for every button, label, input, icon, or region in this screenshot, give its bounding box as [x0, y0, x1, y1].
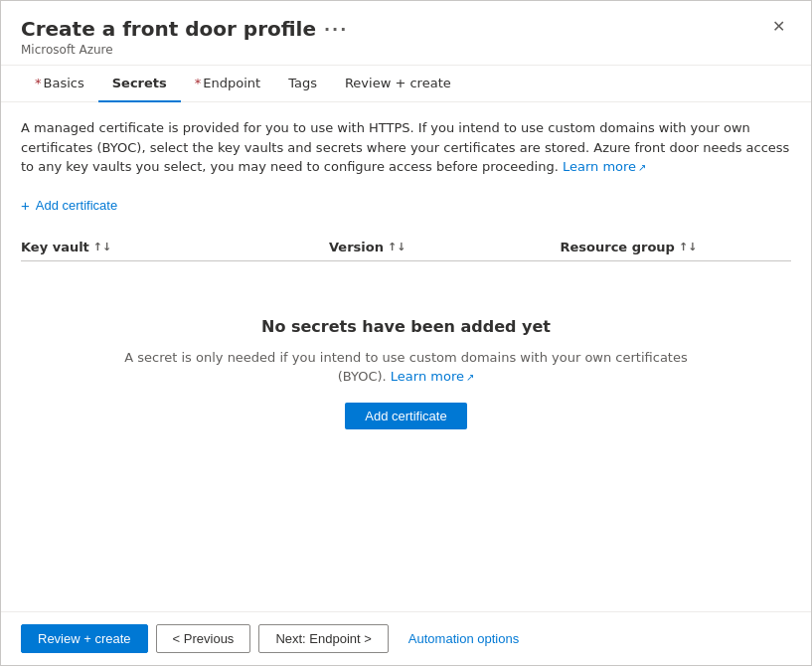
empty-state-title: No secrets have been added yet — [261, 317, 551, 336]
tab-secrets[interactable]: Secrets — [98, 66, 181, 102]
column-key-vault-sort-icon: ↑↓ — [93, 241, 111, 253]
external-link-icon: ↗ — [638, 162, 646, 173]
tab-basics-required: * — [35, 76, 42, 90]
column-version-sort-icon: ↑↓ — [388, 241, 406, 253]
empty-state-learn-more-link[interactable]: Learn more↗ — [391, 369, 475, 384]
dialog-footer: Review + create < Previous Next: Endpoin… — [1, 611, 811, 665]
empty-state-description: A secret is only needed if you intend to… — [118, 348, 695, 387]
empty-state-learn-more-label: Learn more — [391, 369, 464, 384]
tab-endpoint-label: Endpoint — [203, 76, 260, 90]
add-certificate-top-button[interactable]: + Add certificate — [21, 193, 117, 218]
tab-bar: *Basics Secrets *Endpoint Tags Review + … — [1, 66, 811, 102]
previous-button[interactable]: < Previous — [156, 624, 251, 653]
info-description: A managed certificate is provided for yo… — [21, 118, 791, 177]
tab-basics-label: Basics — [44, 76, 84, 90]
tab-endpoint-required: * — [195, 76, 202, 90]
review-create-button[interactable]: Review + create — [21, 624, 148, 653]
column-key-vault-label: Key vault — [21, 240, 89, 254]
add-certificate-primary-button[interactable]: Add certificate — [345, 403, 466, 429]
add-certificate-top-label: Add certificate — [36, 198, 117, 213]
title-text: Create a front door profile — [21, 17, 316, 41]
tab-secrets-label: Secrets — [112, 76, 167, 90]
main-content: A managed certificate is provided for yo… — [1, 102, 811, 611]
info-learn-more-label: Learn more — [563, 159, 636, 174]
tab-tags[interactable]: Tags — [274, 66, 331, 102]
column-key-vault[interactable]: Key vault ↑↓ — [21, 240, 329, 254]
plus-icon: + — [21, 197, 30, 214]
create-front-door-dialog: Create a front door profile ··· Microsof… — [0, 0, 812, 666]
column-version-label: Version — [329, 240, 384, 254]
column-resource-group-label: Resource group — [561, 240, 675, 254]
tab-endpoint[interactable]: *Endpoint — [181, 66, 274, 102]
empty-state-external-link-icon: ↗ — [466, 372, 474, 383]
column-resource-group[interactable]: Resource group ↑↓ — [561, 240, 792, 254]
dialog-header: Create a front door profile ··· Microsof… — [1, 1, 811, 66]
column-version[interactable]: Version ↑↓ — [329, 240, 561, 254]
info-learn-more-link[interactable]: Learn more↗ — [563, 159, 647, 174]
tab-review-create-label: Review + create — [345, 76, 451, 90]
tab-basics[interactable]: *Basics — [21, 66, 98, 102]
dialog-title: Create a front door profile ··· — [21, 17, 348, 41]
more-options-icon[interactable]: ··· — [324, 20, 348, 39]
automation-options-button[interactable]: Automation options — [405, 625, 523, 652]
table-header: Key vault ↑↓ Version ↑↓ Resource group ↑… — [21, 234, 791, 261]
empty-state: No secrets have been added yet A secret … — [21, 277, 791, 469]
tab-review-create[interactable]: Review + create — [331, 66, 465, 102]
tab-tags-label: Tags — [288, 76, 317, 90]
dialog-title-area: Create a front door profile ··· Microsof… — [21, 17, 348, 57]
info-text-content: A managed certificate is provided for yo… — [21, 120, 789, 174]
dialog-subtitle: Microsoft Azure — [21, 43, 348, 57]
next-endpoint-button[interactable]: Next: Endpoint > — [258, 624, 388, 653]
close-button[interactable]: ✕ — [766, 17, 791, 37]
column-resource-group-sort-icon: ↑↓ — [679, 241, 697, 253]
